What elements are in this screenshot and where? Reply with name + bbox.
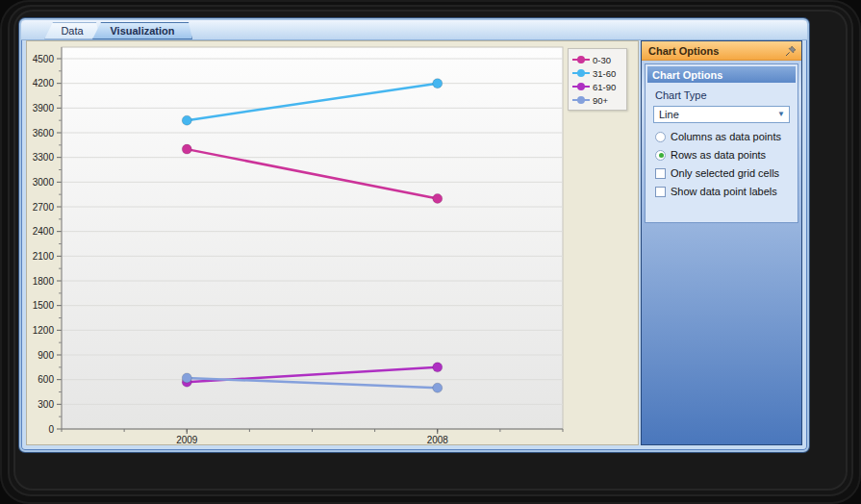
legend-item: 90+	[572, 93, 623, 107]
checkbox-icon	[655, 168, 666, 179]
legend-marker-icon	[572, 56, 590, 64]
radio-icon	[655, 132, 666, 142]
checkbox-icon	[655, 187, 666, 197]
svg-text:4200: 4200	[33, 78, 55, 88]
svg-text:2009: 2009	[176, 435, 198, 445]
svg-text:2100: 2100	[33, 251, 55, 262]
legend-label: 61-90	[593, 82, 616, 92]
svg-text:1500: 1500	[33, 300, 55, 311]
options-panel-body: Chart Options Chart Type Line ▼ Columns …	[642, 61, 801, 444]
svg-text:2400: 2400	[33, 226, 55, 237]
legend-label: 90+	[593, 95, 608, 106]
options-panel-header: Chart Options	[642, 41, 801, 61]
tab-data[interactable]: Data	[44, 22, 100, 39]
chart-type-dropdown[interactable]: Line ▼	[653, 106, 790, 123]
legend-item: 0-30	[572, 53, 623, 66]
radio-columns-as-data-points[interactable]: Columns as data points	[655, 131, 796, 142]
svg-text:0: 0	[48, 424, 54, 435]
checkbox-only-selected-grid-cells[interactable]: Only selected grid cells	[655, 167, 796, 179]
chart-type-value: Line	[659, 109, 679, 120]
svg-text:3600: 3600	[33, 128, 55, 139]
legend-item: 31-60	[572, 66, 623, 80]
screenshot-stage: Data Visualization 030060090012001500180…	[0, 0, 861, 504]
chart-svg: 0300600900120015001800210024002700300033…	[27, 41, 638, 448]
tab-strip: Data Visualization	[21, 20, 807, 40]
legend-marker-icon	[572, 96, 590, 105]
svg-text:900: 900	[38, 350, 54, 361]
svg-text:2700: 2700	[33, 202, 55, 213]
content-area: 0300600900120015001800210024002700300033…	[26, 40, 802, 445]
svg-text:4500: 4500	[33, 54, 55, 64]
radio-icon	[655, 150, 666, 161]
svg-text:1800: 1800	[33, 276, 55, 287]
checkbox-label: Only selected grid cells	[671, 167, 779, 179]
legend-item: 61-90	[572, 80, 623, 93]
checkbox-label: Show data point labels	[671, 186, 777, 197]
legend-label: 0-30	[593, 55, 611, 65]
svg-text:3000: 3000	[33, 177, 55, 188]
legend-marker-icon	[572, 83, 590, 91]
tab-visualization[interactable]: Visualization	[92, 22, 192, 39]
chevron-down-icon: ▼	[777, 111, 785, 118]
checkbox-show-data-point-labels[interactable]: Show data point labels	[655, 186, 796, 197]
chart-options-panel: Chart Options Chart Options Chart Type L…	[641, 40, 802, 445]
push-pin-icon[interactable]	[785, 45, 797, 57]
chart-type-label: Chart Type	[655, 89, 796, 101]
chart-options-box: Chart Options Chart Type Line ▼ Columns …	[645, 63, 798, 223]
radio-label: Columns as data points	[671, 131, 781, 142]
svg-text:300: 300	[38, 399, 54, 410]
options-panel-title: Chart Options	[648, 45, 719, 57]
svg-text:3900: 3900	[33, 103, 55, 113]
radio-label: Rows as data points	[671, 149, 766, 161]
svg-text:2008: 2008	[427, 435, 449, 445]
options-box-title: Chart Options	[647, 66, 796, 83]
legend-marker-icon	[572, 69, 590, 78]
legend-label: 31-60	[593, 68, 616, 79]
chart-panel: 0300600900120015001800210024002700300033…	[26, 40, 639, 445]
chart-legend: 0-3031-6061-9090+	[568, 48, 627, 111]
svg-text:1200: 1200	[33, 325, 55, 336]
radio-rows-as-data-points[interactable]: Rows as data points	[655, 149, 796, 161]
svg-text:600: 600	[38, 374, 54, 385]
app-window: Data Visualization 030060090012001500180…	[19, 18, 809, 452]
svg-text:3300: 3300	[33, 152, 55, 163]
